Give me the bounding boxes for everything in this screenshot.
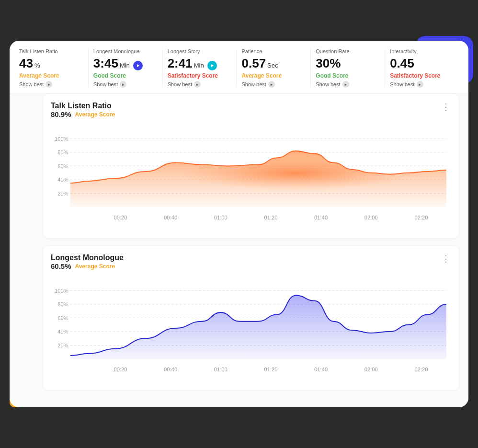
chart-subtitle-1: 60.5%Average Score	[51, 262, 124, 270]
svg-marker-0	[137, 64, 139, 67]
metric-score-5: Satisfactory Score	[390, 72, 454, 79]
chart-score-1: Average Score	[75, 263, 115, 270]
metric-number-3: 0.57	[241, 56, 266, 71]
chart-percent-0: 80.9%	[51, 110, 71, 118]
svg-text:01:20: 01:20	[264, 215, 277, 220]
metric-item-0: Talk Listen Ratio43%Average ScoreShow be…	[19, 48, 89, 88]
show-best-arrow-icon-1: ►	[120, 81, 126, 88]
chart-block-1: Longest Monologue60.5%Average Score⋮ 100…	[43, 246, 459, 390]
metric-label-3: Patience	[241, 48, 306, 54]
show-best-arrow-icon-0: ►	[46, 81, 52, 88]
chart-title-area-0: Talk Listen Ratio80.9%Average Score	[51, 102, 115, 123]
svg-text:60%: 60%	[57, 315, 68, 321]
show-best-4[interactable]: Show best►	[316, 81, 380, 88]
metric-score-2: Satisfactory Score	[168, 72, 232, 79]
chart-percent-1: 60.5%	[51, 262, 71, 270]
svg-text:00:40: 00:40	[164, 367, 177, 372]
svg-text:00:40: 00:40	[164, 215, 177, 220]
show-best-1[interactable]: Show best►	[93, 81, 158, 88]
svg-text:02:00: 02:00	[364, 215, 378, 220]
metric-number-1: 3:45	[93, 56, 118, 71]
show-best-arrow-icon-4: ►	[342, 81, 349, 88]
svg-text:01:00: 01:00	[214, 367, 228, 372]
metric-number-4: 30%	[316, 56, 341, 71]
metrics-bar: Talk Listen Ratio43%Average ScoreShow be…	[10, 41, 468, 94]
show-best-5[interactable]: Show best►	[390, 81, 454, 88]
svg-text:00:20: 00:20	[114, 215, 127, 220]
svg-marker-1	[211, 64, 214, 67]
show-best-2[interactable]: Show best►	[168, 81, 232, 88]
metric-value-2: 2:41Min	[168, 56, 232, 71]
metric-unit-1: Min	[120, 62, 130, 69]
chart-title-1: Longest Monologue	[51, 253, 124, 262]
chart-title-0: Talk Listen Ratio	[51, 102, 115, 110]
metric-item-2: Longest Story2:41MinSatisfactory ScoreSh…	[163, 48, 237, 88]
metric-score-4: Good Score	[316, 72, 380, 79]
metric-value-5: 0.45	[390, 56, 454, 71]
show-best-0[interactable]: Show best►	[19, 81, 83, 88]
chart-area-1: 100%80%60%40%20% 00:2000:4001:0001:2001:…	[51, 277, 451, 382]
metric-value-1: 3:45Min	[93, 56, 158, 71]
metric-value-4: 30%	[316, 56, 380, 71]
chart-more-button-0[interactable]: ⋮	[442, 102, 451, 112]
show-best-arrow-icon-5: ►	[417, 81, 423, 88]
svg-text:40%: 40%	[57, 329, 68, 334]
chart-header-0: Talk Listen Ratio80.9%Average Score⋮	[51, 102, 451, 123]
svg-text:01:40: 01:40	[314, 367, 328, 372]
outer-container: Talk Listen Ratio43%Average ScoreShow be…	[10, 41, 468, 407]
metric-number-2: 2:41	[168, 56, 193, 71]
svg-text:00:20: 00:20	[114, 367, 127, 372]
svg-text:60%: 60%	[57, 163, 68, 169]
svg-text:100%: 100%	[55, 136, 68, 142]
chart-title-area-1: Longest Monologue60.5%Average Score	[51, 253, 124, 275]
play-button-2[interactable]	[207, 61, 217, 70]
main-card: Talk Listen Ratio43%Average ScoreShow be…	[10, 41, 468, 407]
chart-svg-blue: 100%80%60%40%20% 00:2000:4001:0001:2001:…	[51, 277, 451, 382]
svg-text:40%: 40%	[57, 177, 68, 183]
show-best-label-5: Show best	[390, 81, 414, 87]
svg-text:02:00: 02:00	[364, 367, 378, 372]
chart-more-button-1[interactable]: ⋮	[442, 253, 451, 264]
svg-text:01:20: 01:20	[264, 367, 277, 372]
metric-label-0: Talk Listen Ratio	[19, 48, 83, 54]
charts-section: Talk Listen Ratio80.9%Average Score⋮ 100…	[10, 94, 468, 407]
show-best-arrow-icon-2: ►	[194, 81, 201, 88]
svg-text:80%: 80%	[57, 301, 68, 307]
metric-item-5: Interactivity0.45Satisfactory ScoreShow …	[385, 48, 459, 88]
chart-header-1: Longest Monologue60.5%Average Score⋮	[51, 253, 451, 275]
metric-number-0: 43	[19, 56, 33, 71]
svg-text:100%: 100%	[55, 288, 68, 294]
show-best-label-1: Show best	[93, 81, 118, 87]
metric-unit-0: %	[34, 62, 40, 69]
metric-item-3: Patience0.57SecAverage ScoreShow best►	[237, 48, 311, 88]
svg-text:80%: 80%	[57, 149, 68, 155]
svg-text:20%: 20%	[57, 191, 68, 196]
metric-score-1: Good Score	[93, 72, 158, 79]
chart-area-0: 100%80%60%40%20% 00:2000:4001:0001:2001:…	[51, 125, 451, 230]
metric-label-4: Question Rate	[316, 48, 380, 54]
svg-text:01:40: 01:40	[314, 215, 328, 220]
metric-label-2: Longest Story	[168, 48, 232, 54]
show-best-label-2: Show best	[168, 81, 192, 87]
show-best-label-4: Show best	[316, 81, 340, 87]
chart-svg-orange: 100%80%60%40%20% 00:2000:4001:0001:2001:…	[51, 125, 451, 230]
metric-item-4: Question Rate30%Good ScoreShow best►	[311, 48, 385, 88]
metric-score-3: Average Score	[241, 72, 306, 79]
metric-value-0: 43%	[19, 56, 83, 71]
svg-text:02:20: 02:20	[414, 215, 428, 220]
metric-number-5: 0.45	[390, 56, 414, 71]
chart-score-0: Average Score	[75, 111, 115, 118]
show-best-3[interactable]: Show best►	[241, 81, 306, 88]
play-button-1[interactable]	[133, 61, 143, 70]
metric-label-5: Interactivity	[390, 48, 454, 54]
metric-item-1: Longest Monologue3:45MinGood ScoreShow b…	[89, 48, 163, 88]
chart-subtitle-0: 80.9%Average Score	[51, 110, 115, 118]
metric-score-0: Average Score	[19, 72, 83, 79]
metric-value-3: 0.57Sec	[241, 56, 306, 71]
metric-unit-2: Min	[194, 62, 204, 69]
metric-label-1: Longest Monologue	[93, 48, 158, 54]
metric-unit-3: Sec	[267, 62, 278, 69]
svg-text:02:20: 02:20	[414, 367, 428, 372]
show-best-arrow-icon-3: ►	[268, 81, 275, 88]
svg-text:01:00: 01:00	[214, 215, 228, 220]
